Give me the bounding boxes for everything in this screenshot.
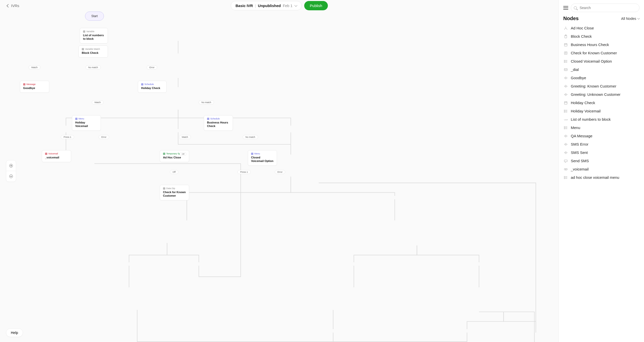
back-to-ivrs[interactable]: IVRs (7, 4, 19, 8)
edge-label: Off (170, 170, 178, 174)
node-list-item[interactable]: SMS Sent (563, 148, 639, 157)
ivr-status: Unpublished (258, 4, 281, 8)
node-list-item[interactable]: _dial (563, 65, 639, 74)
panel-title: Nodes (563, 16, 579, 21)
data-icon (564, 51, 568, 55)
nodes-panel: Nodes All Nodes Ad Hoc CloseBlock CheckB… (558, 0, 644, 342)
svg-point-19 (564, 177, 565, 178)
audio-icon (564, 84, 568, 88)
edge-label: Press 1 (61, 135, 74, 139)
menu-icon (251, 153, 253, 155)
calendar-icon (564, 101, 568, 105)
edge-label: Match (29, 65, 41, 69)
list-icon (564, 176, 568, 180)
node-list-item-label: List of numbers to block (571, 117, 611, 121)
edge-label: No match (243, 135, 258, 139)
svg-point-14 (564, 127, 565, 128)
node-list-item-label: Holiday Check (571, 101, 595, 105)
svg-rect-7 (564, 69, 567, 71)
voicemail-icon (45, 153, 47, 155)
svg-point-5 (564, 61, 565, 62)
node-list-item[interactable]: Menu (563, 123, 639, 132)
svg-point-17 (566, 168, 567, 170)
node-list-item[interactable]: ad hoc close voicemail menu (563, 173, 639, 182)
node-list-item-label: SMS Sent (571, 150, 588, 155)
zoom-in-button[interactable] (6, 160, 16, 171)
node-business-hours-check[interactable]: Schedule Business Hours Check (204, 115, 233, 131)
nodes-filter-dropdown[interactable]: All Nodes (621, 17, 639, 21)
publish-button[interactable]: Publish (304, 1, 328, 10)
ivr-name: Basic IVR (235, 4, 253, 8)
voicemail-icon (564, 167, 568, 171)
node-list-item[interactable]: VARList of numbers to block (563, 115, 639, 123)
node-list-item[interactable]: Block Check (563, 32, 639, 40)
node-list-item-label: Business Hours Check (571, 42, 609, 47)
node-variable[interactable]: Variable List of numbers to block (80, 28, 108, 44)
node-block-check[interactable]: Variable Match Block Check (78, 46, 108, 58)
audio-icon (564, 76, 568, 80)
node-list-item[interactable]: Holiday Voicemail (563, 107, 639, 115)
node-list-item[interactable]: Greeting: Known Customer (563, 82, 639, 90)
node-check-known-customer[interactable]: Data Dip Check for Known Customer (160, 185, 189, 200)
node-list-item[interactable]: Check for Known Customer (563, 49, 639, 57)
clipboard-icon (564, 34, 568, 38)
list-icon (564, 59, 568, 63)
split-icon (163, 153, 165, 155)
node-list-item-label: Greeting: Unknown Customer (571, 92, 621, 97)
edge-label: No match (86, 65, 101, 69)
edge-label: No match (199, 100, 214, 104)
node-holiday-check[interactable]: Schedule Holiday Check (138, 81, 167, 93)
edge-label: Error (99, 135, 109, 139)
back-label: IVRs (11, 4, 19, 8)
flow-canvas[interactable]: Start Variable List of numbers to block … (0, 0, 558, 342)
node-list-item[interactable]: Holiday Check (563, 99, 639, 107)
start-node[interactable]: Start (85, 12, 104, 21)
node-ad-hoc-close[interactable]: Temporary Split Ad Hoc Close Off (160, 150, 189, 162)
svg-rect-3 (565, 52, 567, 54)
list-toggle-icon[interactable] (563, 6, 568, 10)
search-input[interactable] (571, 4, 639, 12)
node-list-item-label: Holiday Voicemail (571, 109, 600, 113)
audio-icon (564, 93, 568, 97)
audio-icon (564, 134, 568, 138)
calendar-icon (564, 43, 568, 47)
node-list-item[interactable]: Business Hours Check (563, 40, 639, 49)
menu-icon (75, 118, 77, 120)
node-list-item[interactable]: SMS Error (563, 140, 639, 148)
node-voicemail[interactable]: Voicemail _voicemail (42, 150, 71, 162)
list-icon (564, 109, 568, 113)
node-list: Ad Hoc CloseBlock CheckBusiness Hours Ch… (563, 24, 639, 182)
edge-label: Error (147, 65, 157, 69)
help-button[interactable]: Help (6, 328, 23, 337)
var-icon: VAR (564, 117, 568, 121)
node-list-item[interactable]: Ad Hoc Close (563, 24, 639, 32)
ivr-title-pill[interactable]: Basic IVR | Unpublished Feb 1 (231, 1, 302, 10)
svg-point-10 (564, 111, 565, 111)
list-icon (564, 126, 568, 130)
node-list-item[interactable]: _voicemail (563, 165, 639, 173)
node-closed-voicemail-option[interactable]: Menu Closed Voicemail Option (248, 150, 277, 166)
node-list-item-label: SMS Error (571, 142, 588, 146)
node-list-item[interactable]: Goodbye (563, 74, 639, 82)
minus-icon (9, 175, 13, 178)
adhoc-tag: Off (180, 152, 186, 156)
message-icon (23, 83, 25, 86)
chevron-left-icon (7, 4, 10, 7)
schedule-icon (141, 83, 143, 86)
node-goodbye[interactable]: Message Goodbye (20, 81, 49, 93)
zoom-out-button[interactable] (6, 171, 16, 182)
zoom-controls (6, 160, 16, 182)
node-list-item[interactable]: Closed Voicemail Option (563, 57, 639, 65)
node-list-item[interactable]: Greeting: Unknown Customer (563, 90, 639, 99)
node-list-item[interactable]: QA Message (563, 132, 639, 140)
node-list-item-label: Closed Voicemail Option (571, 59, 612, 63)
svg-point-9 (564, 110, 565, 110)
node-holiday-voicemail[interactable]: Menu Holiday Voicemail (72, 115, 101, 131)
svg-rect-8 (565, 102, 567, 104)
node-list-item-label: Ad Hoc Close (571, 26, 594, 30)
node-list-item[interactable]: Send SMS (563, 157, 639, 165)
node-list-item-label: ad hoc close voicemail menu (571, 175, 619, 180)
data-dip-icon (163, 187, 165, 190)
sms-icon (564, 159, 568, 163)
svg-point-20 (564, 178, 565, 179)
